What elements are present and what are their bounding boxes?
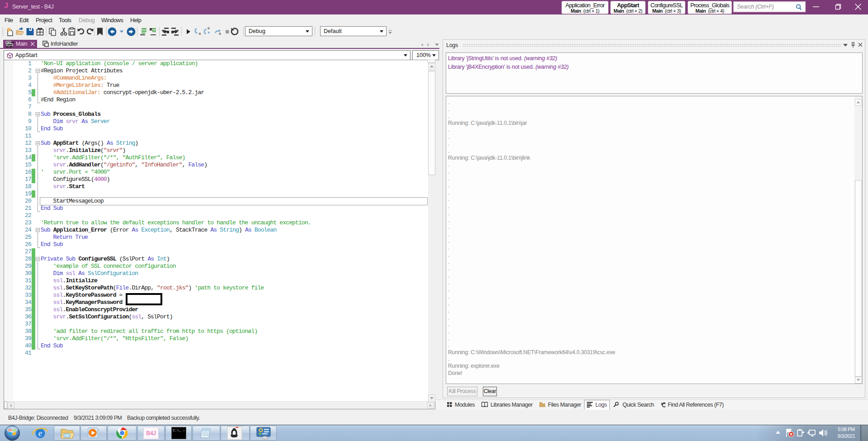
svg-text:e: e (38, 428, 42, 438)
